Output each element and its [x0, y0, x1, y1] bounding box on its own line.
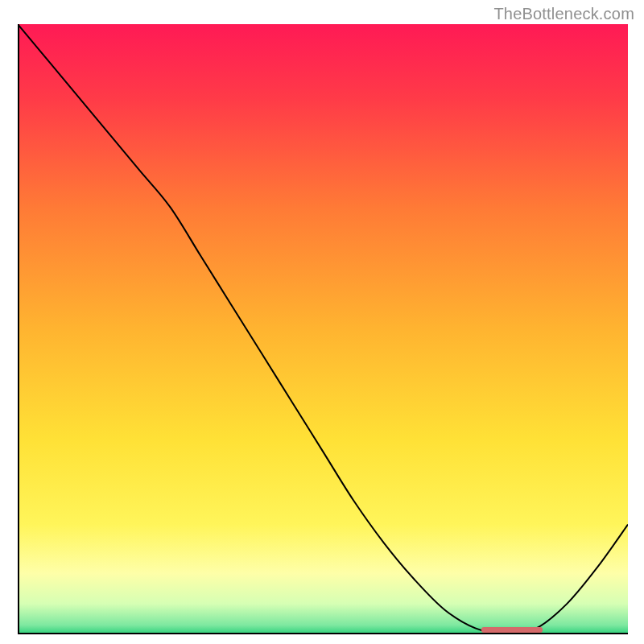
plot-area — [18, 24, 628, 634]
minimum-marker — [481, 627, 543, 633]
chart-stage: TheBottleneck.com — [0, 0, 644, 644]
watermark-text: TheBottleneck.com — [493, 5, 634, 23]
curve-line — [18, 24, 628, 634]
